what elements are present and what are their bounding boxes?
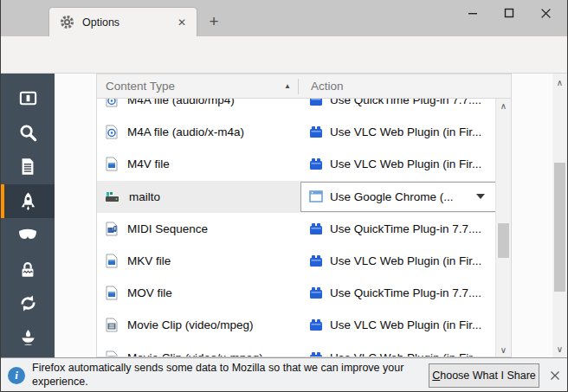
- plugin-icon: [309, 157, 323, 170]
- sidebar-item-sync[interactable]: [1, 286, 55, 321]
- sidebar-item-advanced[interactable]: [1, 321, 55, 356]
- video-document-icon: [105, 286, 119, 300]
- app-window-icon: [309, 190, 323, 202]
- table-row[interactable]: M4V file Use VLC Web Plugin (in Fir...: [97, 148, 496, 180]
- page-scrollbar[interactable]: ∧ ∨: [552, 74, 567, 357]
- tab-title: Options: [82, 16, 174, 29]
- table-header: Content Type ▲ Action: [97, 74, 511, 99]
- minimize-button[interactable]: [455, 2, 491, 24]
- audio-document-icon: [105, 125, 119, 139]
- info-icon: i: [8, 367, 25, 384]
- notification-message: Firefox automatically sends some data to…: [32, 362, 422, 389]
- sync-arrows-icon: [18, 293, 38, 313]
- plugin-icon: [309, 286, 323, 299]
- new-tab-button[interactable]: +: [203, 12, 225, 31]
- table-row[interactable]: MIDI Sequence Use QuickTime Plug-in 7.7.…: [97, 213, 496, 245]
- film-document-icon: [105, 318, 119, 332]
- maximize-icon: [504, 8, 514, 18]
- sidebar-item-search[interactable]: [1, 116, 55, 151]
- scroll-down-icon[interactable]: ∨: [552, 342, 567, 356]
- table-row[interactable]: MOV file Use QuickTime Plug-in 7.7....: [97, 277, 496, 309]
- title-bar: Options ✕ +: [1, 0, 567, 36]
- sidebar-item-content[interactable]: [1, 150, 55, 184]
- rocket-icon: [18, 191, 38, 211]
- table-row[interactable]: Movie Clip (video/mpeg) Use VLC Web Plug…: [97, 309, 496, 341]
- notification-close-button[interactable]: [546, 368, 564, 383]
- mask-icon: [17, 227, 38, 244]
- dropdown-selected-value: Use Google Chrome (...: [330, 190, 476, 203]
- close-icon: [540, 8, 552, 19]
- table-row[interactable]: M4A file (audio/x-m4a) Use VLC Web Plugi…: [97, 116, 496, 148]
- column-header-action[interactable]: Action: [299, 80, 344, 93]
- general-panel-icon: [18, 88, 38, 108]
- sidebar-item-general[interactable]: [1, 81, 55, 116]
- notification-bar: i Firefox automatically sends some data …: [1, 357, 567, 392]
- table-row[interactable]: Movie Clip (video/x-mpeg) Use VLC Web Pl…: [97, 342, 496, 357]
- document-icon: [18, 157, 37, 177]
- application-icon: [105, 190, 120, 203]
- table-row-mailto-selected[interactable]: mailto Use Google Chrome (...: [97, 181, 496, 213]
- action-dropdown[interactable]: Use Google Chrome (...: [300, 182, 496, 212]
- list-scrollbar-thumb[interactable]: [498, 223, 509, 258]
- audio-document-icon: [105, 99, 119, 107]
- search-icon: [18, 123, 38, 143]
- close-icon: [550, 370, 560, 381]
- plugin-icon: [309, 351, 323, 357]
- lamp-icon: [18, 328, 38, 348]
- plugin-icon: [309, 222, 323, 235]
- maximize-button[interactable]: [491, 2, 527, 24]
- video-document-icon: [105, 254, 119, 268]
- column-header-content-type[interactable]: Content Type ▲: [97, 80, 298, 93]
- plugin-icon: [309, 125, 323, 138]
- sidebar-item-privacy[interactable]: [1, 218, 55, 253]
- close-window-button[interactable]: [527, 2, 564, 24]
- sidebar-item-security[interactable]: [1, 253, 55, 287]
- lock-icon: [18, 260, 37, 280]
- chevron-down-icon: [476, 194, 485, 199]
- video-document-icon: [105, 157, 119, 171]
- navigation-toolbar: Firefox about:preferences#ap Search: [1, 36, 567, 74]
- midi-document-icon: [105, 222, 119, 236]
- window-controls: [455, 2, 564, 24]
- page-scrollbar-thumb[interactable]: [554, 163, 565, 292]
- category-sidebar: [1, 74, 55, 357]
- firefox-window: Options ✕ +: [0, 0, 568, 392]
- scroll-up-icon[interactable]: ∧: [496, 99, 511, 112]
- gear-icon: [60, 15, 74, 29]
- choose-what-i-share-button[interactable]: Choose What I Share: [429, 363, 539, 388]
- table-row[interactable]: M4A file (audio/mp4) Use QuickTime Plug-…: [97, 99, 496, 116]
- table-row[interactable]: MKV file Use VLC Web Plugin (in Fir...: [97, 245, 496, 277]
- plugin-icon: [309, 254, 323, 267]
- list-scrollbar[interactable]: ∧ ∨: [495, 99, 511, 357]
- sort-ascending-icon: ▲: [284, 82, 291, 90]
- minimize-icon: [468, 8, 478, 18]
- handlers-list: M4A file (audio/mp4) Use QuickTime Plug-…: [97, 99, 496, 357]
- sidebar-item-applications[interactable]: [1, 184, 55, 219]
- handlers-table: Content Type ▲ Action M4A file (audio/mp…: [96, 74, 512, 357]
- plugin-icon: [309, 99, 323, 106]
- tab-close-icon[interactable]: ✕: [174, 15, 190, 30]
- film-document-icon: [105, 350, 119, 357]
- scroll-up-icon[interactable]: ∧: [552, 75, 567, 89]
- tab-options[interactable]: Options ✕: [48, 7, 197, 36]
- scroll-down-icon[interactable]: ∨: [496, 343, 511, 357]
- plugin-icon: [309, 318, 323, 331]
- preferences-content: Content Type ▲ Action M4A file (audio/mp…: [1, 74, 567, 357]
